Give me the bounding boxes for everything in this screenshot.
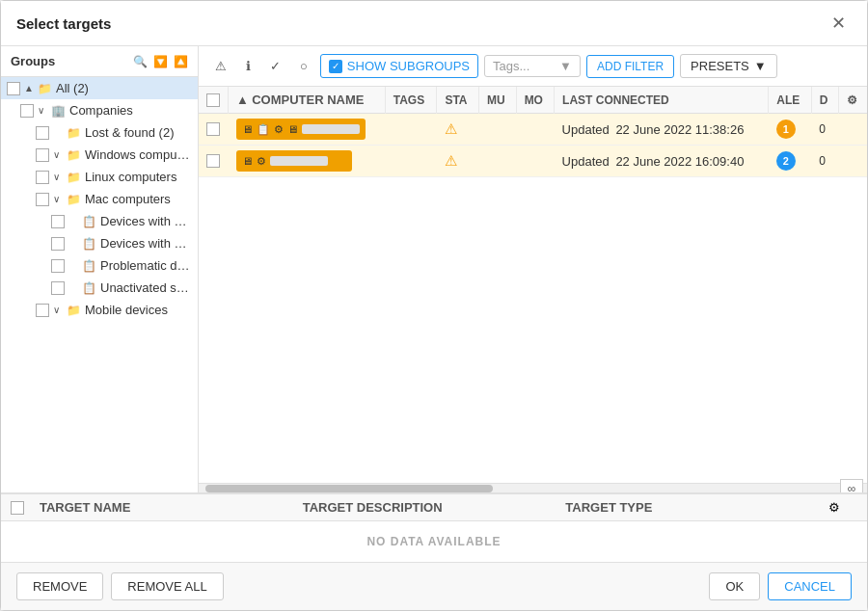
- th-mo: MO: [516, 87, 554, 114]
- row2-status-icon: ⚠: [445, 152, 457, 169]
- checkbox-companies[interactable]: [20, 104, 34, 118]
- dialog-body: Groups 🔍 🔽 🔼 ▲ 📁 All (2) ∨: [1, 46, 867, 562]
- tree-item-outdated-os[interactable]: 📋 Devices with an outdated operat: [1, 232, 198, 254]
- table-row: 🖥 ⚙ ⚠: [199, 146, 867, 177]
- circle-filter-btn[interactable]: ○: [293, 55, 314, 77]
- targets-section: TARGET NAME TARGET DESCRIPTION TARGET TY…: [1, 492, 867, 562]
- check-filter-btn[interactable]: ✓: [263, 55, 287, 77]
- tree-item-all[interactable]: ▲ 📁 All (2): [1, 77, 198, 99]
- row2-name-text: [270, 156, 328, 166]
- scrollbar-thumb[interactable]: [205, 485, 493, 492]
- row1-icon-doc: 📋: [257, 123, 270, 136]
- checkbox-all[interactable]: [7, 82, 20, 95]
- tree-item-label-outdated-modules: Devices with outdated modules: [100, 214, 192, 228]
- tree-item-lost-found[interactable]: 📁 Lost & found (2): [1, 121, 198, 144]
- checkbox-unactivated[interactable]: [51, 281, 65, 295]
- presets-label: PRESETS: [691, 59, 749, 73]
- tree-item-mac[interactable]: ∨ 📁 Mac computers: [1, 188, 198, 210]
- show-subgroups-btn[interactable]: ✓ SHOW SUBGROUPS: [320, 54, 478, 78]
- sidebar-header-icons: 🔍 🔽 🔼: [133, 55, 188, 68]
- info-filter-btn[interactable]: ℹ: [239, 55, 258, 77]
- sidebar: Groups 🔍 🔽 🔼 ▲ 📁 All (2) ∨: [1, 46, 199, 492]
- row1-mu: [478, 114, 516, 146]
- targets-settings-icon[interactable]: ⚙: [828, 500, 857, 515]
- targets-select-all[interactable]: [11, 501, 24, 515]
- row1-checkbox[interactable]: [206, 122, 220, 136]
- row2-settings: [838, 146, 867, 177]
- horizontal-scrollbar[interactable]: ∞: [199, 483, 867, 492]
- dialog-title: Select targets: [16, 15, 111, 32]
- th-ale: ALE: [769, 87, 811, 114]
- row2-status: ⚠: [437, 146, 479, 177]
- row2-mo: [516, 146, 554, 177]
- row2-checkbox[interactable]: [206, 154, 220, 168]
- checkbox-outdated-os[interactable]: [51, 237, 65, 251]
- th-settings[interactable]: ⚙: [838, 87, 867, 114]
- tree-item-label-mobile: Mobile devices: [85, 303, 168, 317]
- tree-item-label-windows: Windows computers: [85, 147, 192, 162]
- row1-status: ⚠: [437, 114, 479, 146]
- row1-name-bar: 🖥 📋 ⚙ 🖥: [236, 119, 366, 140]
- tree-item-outdated-modules[interactable]: 📋 Devices with outdated modules: [1, 210, 198, 232]
- tree-item-label-unactivated: Unactivated security product: [100, 280, 192, 295]
- search-icon[interactable]: 🔍: [133, 55, 148, 68]
- tree-item-label-problematic: Problematic devices: [100, 258, 192, 273]
- row1-d: 0: [811, 114, 838, 146]
- checkbox-outdated-modules[interactable]: [51, 215, 65, 228]
- add-filter-btn[interactable]: ADD FILTER: [586, 55, 674, 78]
- checkbox-mac[interactable]: [36, 193, 49, 206]
- no-data-message: NO DATA AVAILABLE: [1, 521, 867, 562]
- tree-item-windows[interactable]: ∨ 📁 Windows computers: [1, 144, 198, 166]
- checkbox-windows[interactable]: [36, 148, 49, 162]
- tree-item-mobile[interactable]: ∨ 📁 Mobile devices: [1, 299, 198, 321]
- collapse-icon[interactable]: 🔽: [153, 55, 168, 68]
- presets-btn[interactable]: PRESETS ▼: [680, 54, 777, 78]
- show-subgroups-checkbox: ✓: [329, 60, 342, 73]
- row1-status-icon: ⚠: [445, 120, 457, 137]
- targets-col-desc: TARGET DESCRIPTION: [303, 500, 566, 515]
- row2-ale-badge: 2: [776, 151, 796, 171]
- tree-item-label-lost-found: Lost & found (2): [85, 125, 175, 140]
- row2-tags: [385, 146, 437, 177]
- tags-dropdown[interactable]: Tags... ▼: [484, 55, 581, 77]
- checkbox-lost-found[interactable]: [36, 126, 49, 140]
- table-area: ▲ COMPUTER NAME TAGS STA MU MO LAST CONN…: [199, 87, 867, 483]
- select-all-checkbox[interactable]: [206, 93, 220, 107]
- remove-button[interactable]: REMOVE: [16, 572, 103, 600]
- select-targets-dialog: Select targets ✕ Groups 🔍 🔽 🔼 ▲: [0, 0, 868, 611]
- tree-item-problematic[interactable]: 📋 Problematic devices: [1, 254, 198, 277]
- tags-dropdown-arrow: ▼: [559, 59, 572, 73]
- remove-all-button[interactable]: REMOVE ALL: [111, 572, 223, 600]
- checkbox-mobile[interactable]: [36, 304, 49, 317]
- row2-d: 0: [811, 146, 838, 177]
- row1-ale: 1: [769, 114, 811, 146]
- expand-icon[interactable]: 🔼: [174, 55, 188, 68]
- row1-settings: [838, 114, 867, 146]
- th-mu: MU: [478, 87, 516, 114]
- warn-filter-btn[interactable]: ⚠: [208, 55, 233, 77]
- cancel-button[interactable]: CANCEL: [768, 572, 852, 600]
- toolbar: ⚠ ℹ ✓ ○ ✓ SHOW SUBGROUPS Tags... ▼ ADD F…: [199, 46, 867, 87]
- checkbox-linux[interactable]: [36, 171, 49, 184]
- footer-right: OK CANCEL: [709, 572, 852, 600]
- row1-mo: [516, 114, 554, 146]
- close-button[interactable]: ✕: [826, 13, 852, 34]
- row1-icon-screen: 🖥: [287, 123, 298, 135]
- th-tags: TAGS: [385, 87, 437, 114]
- devices-table: ▲ COMPUTER NAME TAGS STA MU MO LAST CONN…: [199, 87, 867, 177]
- tree-item-companies[interactable]: ∨ 🏢 Companies: [1, 99, 198, 121]
- infinity-btn[interactable]: ∞: [840, 479, 863, 493]
- row1-last-connected: Updated 22 June 2022 11:38:26: [555, 114, 769, 146]
- th-select: [199, 87, 229, 114]
- targets-col-type: TARGET TYPE: [565, 500, 828, 515]
- row1-icon-gear: ⚙: [274, 123, 284, 136]
- tree-item-linux[interactable]: ∨ 📁 Linux computers: [1, 166, 198, 188]
- show-subgroups-label: SHOW SUBGROUPS: [347, 59, 470, 73]
- tree-item-unactivated[interactable]: 📋 Unactivated security product: [1, 277, 198, 299]
- targets-col-name: TARGET NAME: [40, 500, 303, 515]
- dialog-footer: REMOVE REMOVE ALL OK CANCEL: [1, 562, 867, 610]
- ok-button[interactable]: OK: [709, 572, 760, 600]
- checkbox-problematic[interactable]: [51, 259, 65, 273]
- row1-name-text: [302, 124, 360, 134]
- row2-name-cell: 🖥 ⚙: [229, 146, 386, 177]
